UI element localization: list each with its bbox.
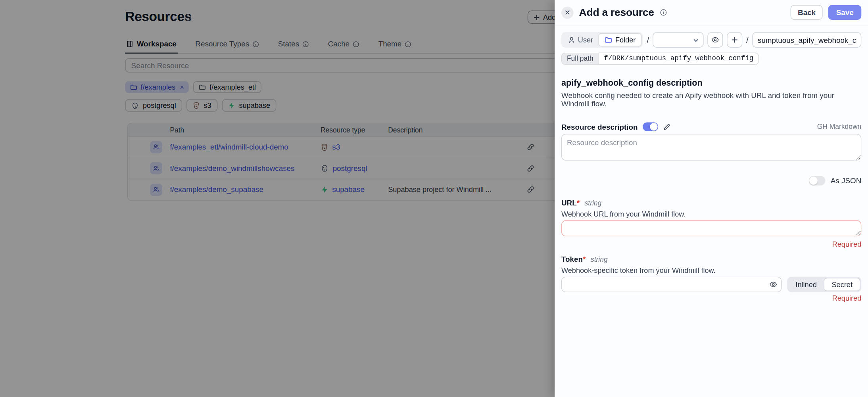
token-input[interactable] [561, 277, 782, 292]
pencil-icon[interactable] [663, 123, 670, 130]
chevron-down-icon [693, 37, 699, 44]
secret-option[interactable]: Secret [824, 278, 860, 291]
eye-icon[interactable] [770, 280, 778, 288]
info-icon[interactable] [660, 9, 667, 16]
close-icon[interactable]: ✕ [561, 6, 574, 19]
schema-description: Webhook config needed to create an Apify… [561, 91, 861, 108]
required-star: * [583, 255, 586, 263]
eye-icon [711, 36, 719, 44]
resource-description-row: Resource description GH Markdown [561, 122, 861, 131]
url-field-help: Webhook URL from your Windmill flow. [561, 210, 861, 218]
drawer-title: Add a resource [579, 6, 654, 19]
owner-kind-toggle: User Folder [561, 32, 643, 48]
plus-icon [731, 36, 738, 43]
path-separator: / [647, 35, 649, 45]
inlined-option[interactable]: Inlined [788, 278, 824, 291]
as-json-row: As JSON [561, 176, 861, 186]
url-field-label: URL* [561, 199, 580, 207]
required-star: * [577, 199, 580, 207]
as-json-toggle[interactable] [809, 176, 826, 186]
url-required-text: Required [561, 240, 861, 249]
resource-description-textarea[interactable] [561, 134, 861, 161]
resource-name-input[interactable] [752, 32, 861, 48]
schema-heading: apify_webhook_config description [561, 78, 861, 88]
token-field-type: string [591, 256, 608, 264]
owner-user-option[interactable]: User [563, 33, 599, 46]
resource-description-label: Resource description [561, 123, 638, 131]
inlined-secret-toggle: Inlined Secret [787, 277, 861, 292]
save-button[interactable]: Save [828, 5, 861, 20]
token-input-row: Inlined Secret [561, 277, 861, 292]
path-editor: User Folder / / [561, 32, 861, 48]
full-path: Full path f/DRK/sumptuous_apify_webhook_… [561, 53, 759, 65]
gh-markdown-hint: GH Markdown [817, 123, 861, 131]
add-resource-drawer: ✕ Add a resource Back Save User Folder [555, 0, 868, 397]
token-field-help: Webhook-specific token from your Windmil… [561, 266, 861, 274]
view-folder-button[interactable] [707, 32, 723, 48]
back-button[interactable]: Back [791, 5, 823, 20]
full-path-label: Full path [561, 53, 598, 65]
add-folder-button[interactable] [727, 32, 742, 48]
app-stage: Resources Add resource Workspace Resourc… [0, 0, 868, 397]
as-json-label: As JSON [831, 176, 861, 185]
drawer-header: ✕ Add a resource Back Save [555, 0, 868, 25]
description-toggle[interactable] [643, 122, 658, 131]
url-field-type: string [585, 199, 602, 207]
folder-icon [605, 36, 613, 44]
url-input[interactable] [561, 220, 861, 236]
url-field-label-row: URL* string [561, 199, 861, 207]
user-icon [568, 36, 575, 43]
owner-folder-option[interactable]: Folder [599, 33, 642, 46]
folder-select[interactable] [653, 32, 704, 48]
token-field-label: Token* [561, 255, 586, 263]
full-path-value: f/DRK/sumptuous_apify_webhook_config [598, 53, 759, 65]
path-separator: / [746, 35, 749, 45]
token-field-label-row: Token* string [561, 255, 861, 263]
token-required-text: Required [561, 294, 861, 302]
